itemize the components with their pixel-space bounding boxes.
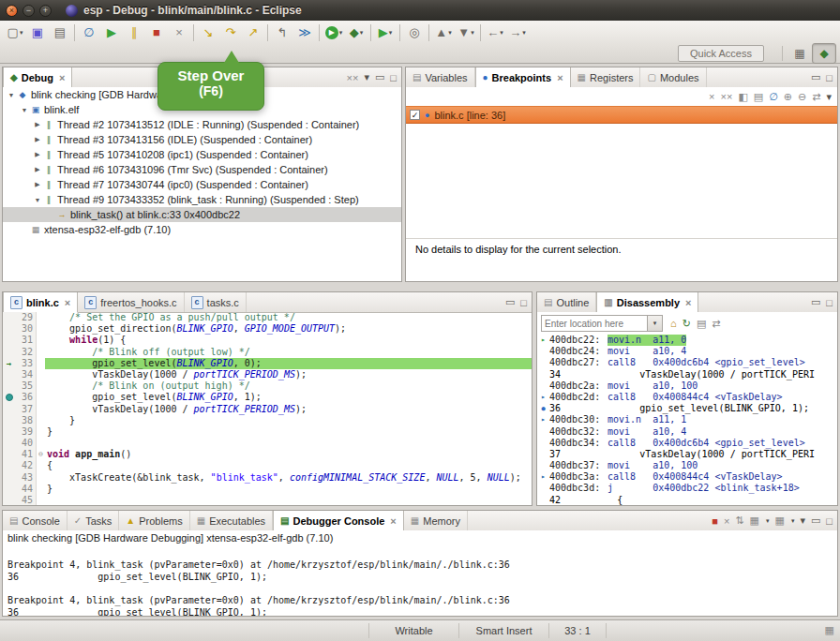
instruction-stepping-icon[interactable]: ≫ (293, 22, 316, 43)
tree-expander-icon[interactable]: ▼ (7, 92, 16, 98)
skip-all-breakpoints-icon[interactable]: ∅ (78, 22, 100, 43)
minimize-panel-icon[interactable]: ▭ (811, 514, 820, 527)
step-over-icon[interactable]: ↷ (219, 22, 242, 43)
tab-problems[interactable]: ▲Problems (119, 511, 189, 530)
close-tab-icon[interactable]: × (557, 72, 562, 83)
next-annotation-icon[interactable]: ▼▾ (455, 22, 477, 43)
debug-launch-tree[interactable]: ▼◆blink checking [GDB Hardware Debugging… (3, 87, 401, 281)
remove-breakpoint-icon[interactable]: × (709, 91, 714, 102)
code-line[interactable]: 32 /* Blink off (output low) */ (3, 347, 532, 358)
disassembly-line[interactable]: ▸400dbc3a:call8 0x400844c4 <vTaskDelay> (537, 471, 837, 483)
maximize-panel-icon[interactable]: □ (826, 72, 832, 83)
code-line[interactable]: 31 while(1) { (3, 335, 532, 346)
show-source-icon[interactable]: ▤ (697, 318, 706, 330)
tab-disassembly[interactable]: ▥Disassembly× (596, 292, 698, 313)
fold-marker-icon[interactable]: ⊖ (37, 449, 45, 460)
editor-annotation-ruler[interactable] (3, 323, 15, 335)
code-line[interactable]: 41⊖void app_main() (3, 449, 532, 460)
tab-outline[interactable]: ▤Outline (537, 292, 596, 312)
code-line[interactable]: 40 (3, 438, 532, 449)
maximize-window-button[interactable]: + (39, 5, 52, 17)
tab-tasks-c[interactable]: ctasks.c (185, 292, 247, 312)
code-line[interactable]: 35 /* Blink on (output high) */ (3, 380, 532, 392)
maximize-panel-icon[interactable]: □ (826, 515, 832, 527)
view-menu-icon[interactable]: ▾ (826, 91, 832, 103)
tab-memory[interactable]: ▦Memory (404, 511, 468, 530)
tab-debugger-console[interactable]: ▤Debugger Console× (273, 511, 404, 531)
code-line[interactable]: 36 gpio_set_level(BLINK_GPIO, 1); (3, 392, 532, 403)
editor-annotation-ruler[interactable] (3, 404, 15, 415)
link-with-debug-view-icon[interactable]: ⇄ (812, 91, 820, 103)
editor-annotation-ruler[interactable] (3, 460, 15, 471)
save-icon[interactable]: ▣ (26, 22, 49, 43)
open-perspective-icon[interactable]: ▦ (788, 43, 812, 64)
close-tab-icon[interactable]: × (59, 72, 65, 83)
code-editor[interactable]: 29 /* Set the GPIO as a push/pull output… (3, 312, 532, 505)
code-line[interactable]: 38 } (3, 415, 532, 426)
step-into-icon[interactable]: ↘ (197, 22, 219, 43)
maximize-panel-icon[interactable]: □ (390, 72, 397, 83)
back-icon[interactable]: ←▾ (484, 22, 506, 43)
minimize-panel-icon[interactable]: ▭ (811, 296, 820, 308)
step-return-icon[interactable]: ↗ (242, 22, 264, 43)
minimize-panel-icon[interactable]: ▭ (375, 71, 384, 83)
editor-annotation-ruler[interactable] (3, 312, 15, 323)
tab-freertos-hooks-c[interactable]: cfreertos_hooks.c (78, 292, 184, 312)
minimize-window-button[interactable]: − (22, 5, 35, 17)
editor-annotation-ruler[interactable] (3, 415, 15, 426)
disassembly-line[interactable]: 400dbc24:movi a10, 4 (537, 346, 837, 357)
new-wizard-icon[interactable]: ▢▾ (4, 22, 26, 43)
code-line[interactable]: 45 (3, 495, 532, 505)
editor-annotation-ruler[interactable] (3, 438, 15, 449)
tree-expander-icon[interactable]: ▼ (20, 107, 29, 113)
debug-tree-row[interactable]: ▶∥Thread #6 1073431096 (Tmr Svc) (Suspen… (3, 162, 401, 177)
code-line[interactable]: 44} (3, 484, 532, 495)
editor-annotation-ruler[interactable] (3, 472, 15, 484)
breakpoint-row[interactable]: ✓●blink.c [line: 36] (406, 106, 837, 124)
editor-annotation-ruler[interactable] (3, 347, 15, 358)
disconnect-icon[interactable]: × (168, 22, 190, 43)
code-line[interactable]: 39} (3, 426, 532, 438)
console-output[interactable]: blink checking [GDB Hardware Debugging] … (3, 530, 837, 616)
editor-annotation-ruler[interactable] (3, 426, 15, 438)
remove-all-breakpoints-icon[interactable]: ×× (721, 91, 733, 102)
resume-icon[interactable]: ▶ (100, 22, 123, 43)
run-icon[interactable]: ▶▾ (322, 22, 345, 43)
code-line[interactable]: 34 vTaskDelay(1000 / portTICK_PERIOD_MS)… (3, 369, 532, 380)
maximize-panel-icon[interactable]: □ (826, 297, 832, 308)
open-console-icon[interactable]: ▦ (774, 514, 784, 527)
suspend-icon[interactable]: ∥ (123, 22, 145, 43)
terminate-icon[interactable]: ■ (145, 22, 168, 43)
tab-breakpoints[interactable]: ●Breakpoints× (475, 67, 571, 88)
tree-expander-icon[interactable]: ▶ (33, 121, 42, 128)
tab-blink-c[interactable]: cblink.c× (3, 292, 78, 313)
debug-tree-row[interactable]: ▶∥Thread #3 1073413156 (IDLE) (Suspended… (3, 132, 401, 147)
forward-icon[interactable]: →▾ (506, 22, 529, 43)
tab-variables[interactable]: ▤Variables (406, 67, 475, 87)
disassembly-line[interactable]: 400dbc37:movi a10, 100 (537, 460, 837, 471)
debug-tree-row[interactable]: ▼∥Thread #9 1073433352 (blink_task : Run… (3, 192, 401, 207)
disassembly-line[interactable]: ▸400dbc2d:call8 0x400844c4 <vTaskDelay> (537, 392, 837, 403)
code-line[interactable]: 37 vTaskDelay(1000 / portTICK_PERIOD_MS)… (3, 404, 532, 415)
show-breakpoints-for-selection-icon[interactable]: ◧ (738, 91, 747, 103)
disassembly-line[interactable]: 34 vTaskDelay(1000 / portTICK_PERI (537, 369, 837, 380)
debug-perspective-icon[interactable]: ◆ (812, 43, 836, 64)
go-to-file-icon[interactable]: ▤ (754, 91, 763, 103)
tab-modules[interactable]: ▢Modules (640, 67, 706, 87)
editor-annotation-ruler[interactable] (3, 484, 15, 495)
debug-tree-row[interactable]: ▶∥Thread #5 1073410208 (ipc1) (Suspended… (3, 147, 401, 162)
disassembly-line[interactable]: 400dbc32:movi a10, 4 (537, 426, 837, 438)
tree-expander-icon[interactable]: ▶ (33, 166, 42, 173)
disassembly-line[interactable]: ●36 gpio_set_level(BLINK_GPIO, 1); (537, 403, 837, 414)
disassembly-line[interactable]: 37 vTaskDelay(1000 / portTICK_PERI (537, 449, 837, 460)
tree-expander-icon[interactable]: ▼ (33, 197, 42, 203)
disassembly-line[interactable]: ▸400dbc22:movi.n a11, 0 (537, 335, 837, 346)
close-tab-icon[interactable]: × (685, 297, 691, 308)
location-dropdown-icon[interactable]: ▾ (647, 316, 662, 331)
link-with-active-context-icon[interactable]: ⇄ (712, 318, 720, 330)
tree-expander-icon[interactable]: ▶ (33, 181, 42, 188)
debug-tree-row[interactable]: →blink_task() at blink.c:33 0x400dbc22 (3, 207, 401, 222)
close-window-button[interactable]: × (6, 5, 18, 17)
remove-all-terminated-icon[interactable]: ×× (347, 72, 359, 83)
disassembly-line[interactable]: 42 { (537, 495, 837, 505)
